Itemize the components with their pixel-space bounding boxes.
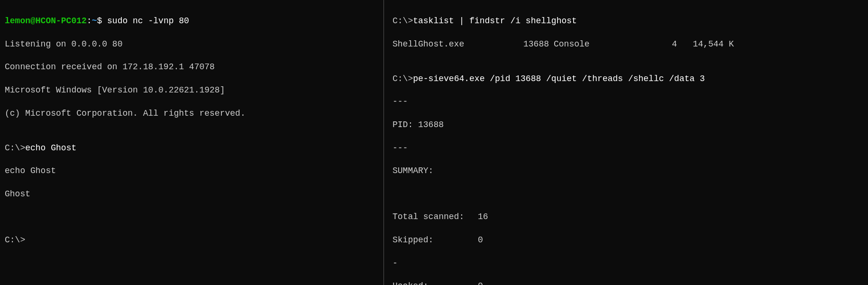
command-nc: sudo nc -lvnp 80	[107, 16, 189, 26]
output-echo-result: Ghost	[5, 188, 379, 200]
task-name: ShellGhost.exe	[393, 38, 511, 50]
prompt-user: lemon@HCON-PC012	[5, 16, 87, 26]
command-pe-sieve: pe-sieve64.exe /pid 13688 /quiet /thread…	[413, 74, 705, 83]
windows-prompt: C:\>	[393, 74, 413, 83]
output-dashes: ---	[393, 142, 863, 154]
output-dash: -	[393, 257, 863, 269]
right-terminal-pane[interactable]: C:\>tasklist | findstr /i shellghost She…	[384, 0, 868, 285]
task-session: Console	[549, 38, 596, 50]
output-copyright: (c) Microsoft Corporation. All rights re…	[5, 108, 379, 119]
blank-line	[393, 188, 863, 200]
windows-prompt: C:\>	[393, 16, 413, 26]
windows-prompt: C:\>	[5, 143, 25, 153]
tasklist-row: ShellGhost.exe13688Console414,544 K	[393, 38, 734, 50]
output-connection: Connection received on 172.18.192.1 4707…	[5, 61, 379, 73]
prompt-sep: :	[87, 16, 92, 26]
task-session-num: 4	[596, 38, 677, 50]
prompt-path: ~	[92, 16, 97, 26]
command-tasklist: tasklist | findstr /i shellghost	[413, 16, 577, 26]
blank-line	[5, 211, 379, 222]
stat-total-scanned: Total scanned:16	[393, 211, 863, 222]
task-memory: 14,544 K	[677, 38, 734, 50]
output-windows-version: Microsoft Windows [Version 10.0.22621.19…	[5, 84, 379, 96]
windows-prompt-idle[interactable]: C:\>	[5, 235, 25, 245]
command-echo: echo Ghost	[25, 143, 76, 153]
output-summary-header: SUMMARY:	[393, 165, 863, 176]
output-echo-line: echo Ghost	[5, 165, 379, 176]
output-listening: Listening on 0.0.0.0 80	[5, 38, 379, 50]
stat-skipped: Skipped:0	[393, 234, 863, 246]
prompt-symbol: $	[97, 16, 107, 26]
blank-line	[393, 50, 863, 61]
stat-hooked: Hooked:0	[393, 280, 863, 285]
left-terminal-pane[interactable]: lemon@HCON-PC012:~$ sudo nc -lvnp 80 Lis…	[0, 0, 384, 285]
task-pid: 13688	[511, 38, 549, 50]
output-dashes: ---	[393, 96, 863, 107]
output-pid: PID: 13688	[393, 119, 863, 130]
